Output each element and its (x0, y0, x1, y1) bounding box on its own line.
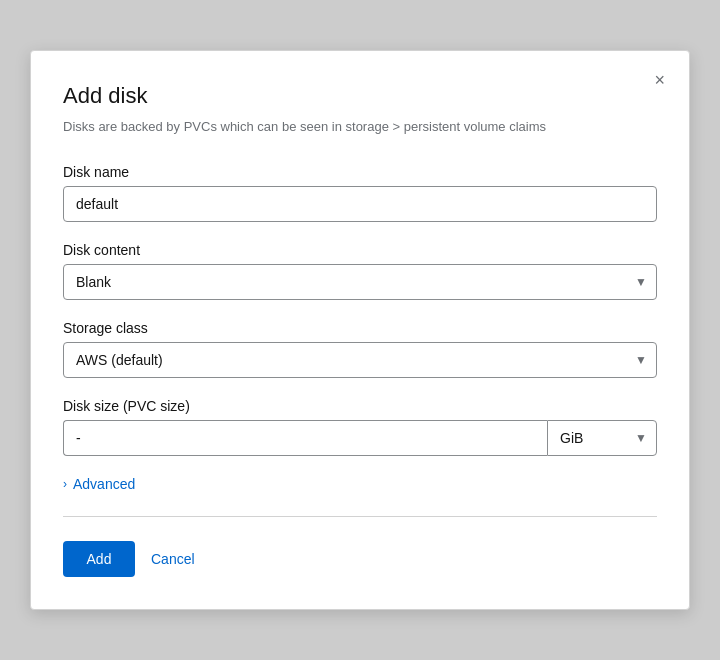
disk-content-select-wrapper: Blank ISO image Container disk PVC clone… (63, 264, 657, 300)
disk-content-select[interactable]: Blank ISO image Container disk PVC clone (63, 264, 657, 300)
disk-name-label: Disk name (63, 164, 657, 180)
disk-size-row: GiB MiB TiB ▼ (63, 420, 657, 456)
advanced-chevron-icon: › (63, 478, 67, 490)
disk-size-unit-wrapper: GiB MiB TiB ▼ (547, 420, 657, 456)
disk-size-unit-select[interactable]: GiB MiB TiB (547, 420, 657, 456)
disk-size-input[interactable] (63, 420, 547, 456)
cancel-button[interactable]: Cancel (151, 551, 195, 567)
dialog-footer: Add Cancel (63, 541, 657, 577)
disk-name-group: Disk name (63, 164, 657, 222)
disk-size-label: Disk size (PVC size) (63, 398, 657, 414)
disk-content-label: Disk content (63, 242, 657, 258)
advanced-label: Advanced (73, 476, 135, 492)
dialog-title: Add disk (63, 83, 657, 109)
add-disk-dialog: × Add disk Disks are backed by PVCs whic… (30, 50, 690, 611)
footer-divider (63, 516, 657, 517)
close-button[interactable]: × (650, 67, 669, 93)
storage-class-group: Storage class AWS (default) standard gp2… (63, 320, 657, 378)
storage-class-select-wrapper: AWS (default) standard gp2 ▼ (63, 342, 657, 378)
disk-content-group: Disk content Blank ISO image Container d… (63, 242, 657, 300)
storage-class-label: Storage class (63, 320, 657, 336)
dialog-subtitle: Disks are backed by PVCs which can be se… (63, 117, 657, 137)
add-button[interactable]: Add (63, 541, 135, 577)
disk-size-group: Disk size (PVC size) GiB MiB TiB ▼ (63, 398, 657, 456)
dialog-overlay: × Add disk Disks are backed by PVCs whic… (0, 0, 720, 660)
disk-name-input[interactable] (63, 186, 657, 222)
advanced-toggle-button[interactable]: › Advanced (63, 476, 135, 492)
storage-class-select[interactable]: AWS (default) standard gp2 (63, 342, 657, 378)
